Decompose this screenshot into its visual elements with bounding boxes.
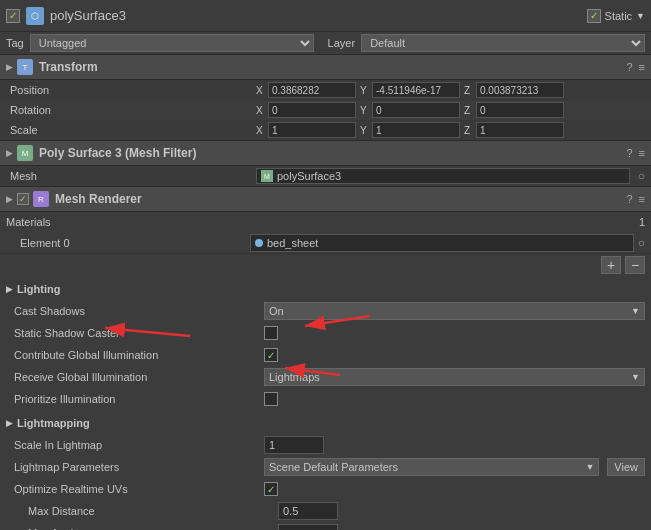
scale-x-input[interactable] xyxy=(268,122,356,138)
optimize-uvs-checkbox[interactable]: ✓ xyxy=(264,482,278,496)
material-select-circle[interactable]: ○ xyxy=(638,236,645,250)
mesh-label: Mesh xyxy=(6,170,256,182)
rotation-values: X Y Z xyxy=(256,102,645,118)
position-x-field: X xyxy=(256,82,356,98)
materials-count: 1 xyxy=(639,216,645,228)
static-shadow-value xyxy=(264,326,645,340)
max-distance-row: Max Distance xyxy=(0,500,651,522)
scale-x-field: X xyxy=(256,122,356,138)
lightmapping-section: ▶ Lightmapping Scale In Lightmap Lightma… xyxy=(0,412,651,530)
max-distance-label: Max Distance xyxy=(28,505,278,517)
receive-gi-row: Receive Global Illumination Lightmaps ▼ xyxy=(0,366,651,388)
position-label: Position xyxy=(6,84,256,96)
scale-z-field: Z xyxy=(464,122,564,138)
mesh-filter-settings-icon[interactable]: ≡ xyxy=(639,147,645,159)
lighting-section: ▶ Lighting Cast Shadows On ▼ Static Shad… xyxy=(0,276,651,412)
transform-icon: T xyxy=(17,59,33,75)
lightmap-params-value: Scene Default Parameters ▼ View xyxy=(264,458,645,476)
optimize-uvs-row: Optimize Realtime UVs ✓ xyxy=(0,478,651,500)
header-left: ✓ ⬡ polySurface3 xyxy=(6,7,587,25)
static-shadow-checkbox[interactable] xyxy=(264,326,278,340)
static-checkbox[interactable]: ✓ xyxy=(587,9,601,23)
prioritize-checkbox[interactable] xyxy=(264,392,278,406)
checkmark-icon: ✓ xyxy=(9,10,17,21)
static-dropdown-arrow[interactable]: ▼ xyxy=(636,11,645,21)
cast-shadows-dropdown[interactable]: On ▼ xyxy=(264,302,645,320)
lightmapping-header[interactable]: ▶ Lightmapping xyxy=(0,412,651,434)
contribute-gi-checkbox[interactable]: ✓ xyxy=(264,348,278,362)
scale-label: Scale xyxy=(6,124,256,136)
scale-y-field: Y xyxy=(360,122,460,138)
contribute-gi-label: Contribute Global Illumination xyxy=(14,349,264,361)
mesh-filter-fold-arrow[interactable]: ▶ xyxy=(6,148,13,158)
rotation-y-field: Y xyxy=(360,102,460,118)
rotation-y-input[interactable] xyxy=(372,102,460,118)
receive-gi-dropdown[interactable]: Lightmaps ▼ xyxy=(264,368,645,386)
transform-title: Transform xyxy=(39,60,626,74)
tag-select[interactable]: Untagged xyxy=(30,34,314,52)
materials-row: Materials 1 xyxy=(0,212,651,232)
element-row: Element 0 bed_sheet ○ xyxy=(0,232,651,254)
max-angle-row: Max Angle xyxy=(0,522,651,530)
layer-select[interactable]: Default xyxy=(361,34,645,52)
transform-settings-icon[interactable]: ≡ xyxy=(639,61,645,73)
scale-lightmap-input[interactable] xyxy=(264,436,324,454)
transform-section-header: ▶ T Transform ? ≡ xyxy=(0,54,651,80)
cast-shadows-row: Cast Shadows On ▼ xyxy=(0,300,651,322)
receive-gi-label: Receive Global Illumination xyxy=(14,371,264,383)
static-shadow-row: Static Shadow Caster xyxy=(0,322,651,344)
object-name: polySurface3 xyxy=(50,8,126,23)
transform-fold-arrow[interactable]: ▶ xyxy=(6,62,13,72)
rotation-z-field: Z xyxy=(464,102,564,118)
mesh-select-circle[interactable]: ○ xyxy=(638,169,645,183)
lightmapping-fold-arrow[interactable]: ▶ xyxy=(6,418,13,428)
mesh-renderer-help-icon[interactable]: ? xyxy=(626,193,632,205)
position-x-input[interactable] xyxy=(268,82,356,98)
material-name: bed_sheet xyxy=(267,237,318,249)
scale-lightmap-label: Scale In Lightmap xyxy=(14,439,264,451)
remove-material-button[interactable]: − xyxy=(625,256,645,274)
lightmap-params-dropdown[interactable]: Scene Default Parameters ▼ xyxy=(264,458,599,476)
lighting-title: Lighting xyxy=(17,283,60,295)
max-angle-input[interactable] xyxy=(278,524,338,530)
mesh-renderer-settings-icon[interactable]: ≡ xyxy=(639,193,645,205)
mesh-value: M polySurface3 ○ xyxy=(256,168,645,184)
static-shadow-label: Static Shadow Caster xyxy=(14,327,264,339)
scale-z-input[interactable] xyxy=(476,122,564,138)
position-y-input[interactable] xyxy=(372,82,460,98)
object-icon: ⬡ xyxy=(26,7,44,25)
position-z-field: Z xyxy=(464,82,564,98)
cast-shadows-value: On ▼ xyxy=(264,302,645,320)
rotation-label: Rotation xyxy=(6,104,256,116)
scale-y-input[interactable] xyxy=(372,122,460,138)
tag-label: Tag xyxy=(6,37,24,49)
max-distance-input[interactable] xyxy=(278,502,338,520)
view-button[interactable]: View xyxy=(607,458,645,476)
mesh-renderer-icons: ? ≡ xyxy=(626,193,645,205)
lighting-fold-arrow[interactable]: ▶ xyxy=(6,284,13,294)
lightmapping-title: Lightmapping xyxy=(17,417,90,429)
rotation-x-input[interactable] xyxy=(268,102,356,118)
material-field: bed_sheet xyxy=(250,234,634,252)
lighting-header[interactable]: ▶ Lighting xyxy=(0,278,651,300)
mesh-value-text: polySurface3 xyxy=(277,170,341,182)
optimize-uvs-label: Optimize Realtime UVs xyxy=(14,483,264,495)
layer-label: Layer xyxy=(328,37,356,49)
cast-shadows-label: Cast Shadows xyxy=(14,305,264,317)
mesh-filter-icon: M xyxy=(17,145,33,161)
mesh-renderer-icon: R xyxy=(33,191,49,207)
mesh-renderer-fold-arrow[interactable]: ▶ xyxy=(6,194,13,204)
rotation-x-field: X xyxy=(256,102,356,118)
prioritize-row: Prioritize Illumination xyxy=(0,388,651,410)
mesh-filter-section-header: ▶ M Poly Surface 3 (Mesh Filter) ? ≡ xyxy=(0,140,651,166)
add-material-button[interactable]: + xyxy=(601,256,621,274)
mesh-icon: M xyxy=(261,170,273,182)
position-z-input[interactable] xyxy=(476,82,564,98)
prioritize-value xyxy=(264,392,645,406)
transform-help-icon[interactable]: ? xyxy=(626,61,632,73)
mesh-filter-help-icon[interactable]: ? xyxy=(626,147,632,159)
rotation-z-input[interactable] xyxy=(476,102,564,118)
mesh-renderer-enable-checkbox[interactable]: ✓ xyxy=(17,193,29,205)
static-badge: ✓ Static ▼ xyxy=(587,9,645,23)
object-active-checkbox[interactable]: ✓ xyxy=(6,9,20,23)
